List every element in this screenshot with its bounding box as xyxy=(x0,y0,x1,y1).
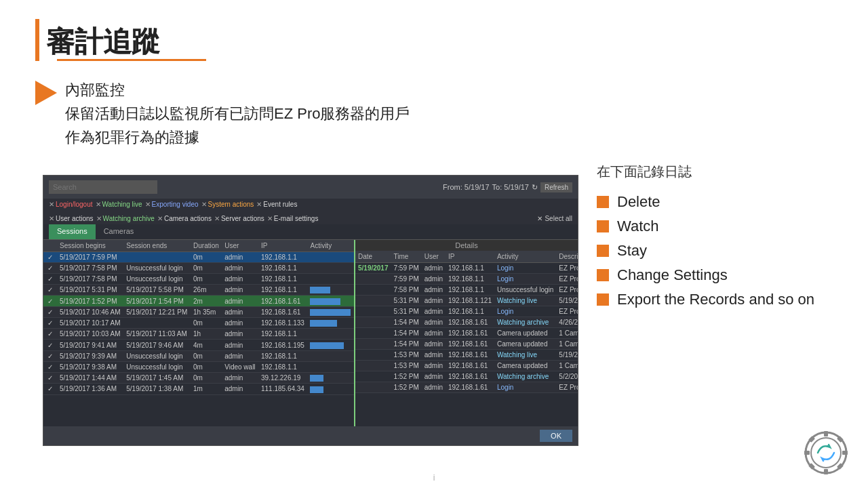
detail-desc: 1 Came xyxy=(556,339,578,350)
detail-time: 7:58 PM xyxy=(391,285,422,296)
table-row[interactable]: ✓ 5/19/2017 10:46 AM 5/19/2017 12:21 PM … xyxy=(43,306,354,317)
search-input[interactable] xyxy=(49,180,157,194)
filter-watching-archive[interactable]: ✕Watching archive xyxy=(96,215,155,222)
title-underline xyxy=(57,59,206,61)
table-row[interactable]: ✓ 5/19/2017 1:52 PM 5/19/2017 1:54 PM 2m… xyxy=(43,296,354,306)
table-row: 5:31 PM admin 192.168.1.1 Login EZ Pro/2 xyxy=(355,306,578,317)
session-ip: 111.185.64.34 xyxy=(258,384,307,394)
content-text: 內部監控 保留活動日誌以監視所有已訪問EZ Pro服務器的用戶 作為犯罪行為的證… xyxy=(65,78,410,150)
list-item-label: Export the Records and so on xyxy=(617,291,814,308)
col-session-begins: Session begins xyxy=(57,240,123,252)
session-ip: 39.12.226.19 xyxy=(258,372,307,383)
table-row[interactable]: ✓ 5/19/2017 10:17 AM 0m admin 192.168.1.… xyxy=(43,318,354,329)
session-user: admin xyxy=(222,318,258,329)
detail-desc: EZ Pro/2 xyxy=(556,306,578,317)
detail-desc: EZ Pro/2 xyxy=(556,285,578,296)
bullet-icon xyxy=(597,269,609,281)
filter-system[interactable]: ✕System actions xyxy=(201,201,254,208)
col-duration: Duration xyxy=(191,240,222,252)
table-row[interactable]: ✓ 5/19/2017 9:39 AM Unsuccessful login 0… xyxy=(43,350,354,361)
filter-email[interactable]: ✕E-mail settings xyxy=(267,215,319,222)
detail-date xyxy=(355,371,391,382)
session-ip: 192.168.1.133 xyxy=(258,318,307,329)
right-panel-title: 在下面記錄日誌 xyxy=(597,163,827,181)
table-row[interactable]: ✓ 5/19/2017 7:58 PM Unsuccessful login 0… xyxy=(43,274,354,285)
filter-login[interactable]: ✕Login/logout xyxy=(49,201,93,208)
session-begin: 5/19/2017 7:58 PM xyxy=(57,274,123,285)
detail-activity: Camera updated xyxy=(494,339,556,350)
col-activity: Activity xyxy=(307,240,354,252)
session-bar xyxy=(307,306,354,317)
table-row: 7:59 PM admin 192.168.1.1 Login EZ Pro/2 xyxy=(355,274,578,285)
content-section: 內部監控 保留活動日誌以監視所有已訪問EZ Pro服務器的用戶 作為犯罪行為的證… xyxy=(35,78,410,150)
detail-date xyxy=(355,328,391,339)
detail-user: admin xyxy=(422,274,446,285)
table-row[interactable]: ✓ 5/19/2017 7:59 PM 0m admin 192.168.1.1 xyxy=(43,252,354,263)
date-from: From: 5/19/17 xyxy=(443,183,489,191)
session-bar xyxy=(307,340,354,350)
session-dur: 0m xyxy=(191,350,222,361)
filter-server[interactable]: ✕Server actions xyxy=(214,215,264,222)
session-end: 5/19/2017 1:45 AM xyxy=(123,372,191,383)
col-ip: IP xyxy=(258,240,307,252)
session-user: admin xyxy=(222,263,258,274)
session-ip: 192.168.1.1 xyxy=(258,252,307,263)
filter-watching-live[interactable]: ✕Watching live xyxy=(96,201,142,208)
title-accent xyxy=(35,19,39,61)
session-begin: 5/19/2017 7:58 PM xyxy=(57,263,123,274)
detail-date xyxy=(355,350,391,361)
detail-desc: 1 Came xyxy=(556,328,578,339)
row-check: ✓ xyxy=(43,372,57,383)
row-check: ✓ xyxy=(43,384,57,394)
session-user: admin xyxy=(222,384,258,394)
detail-date xyxy=(355,306,391,317)
tab-cameras[interactable]: Cameras xyxy=(96,224,142,239)
col-date: Date xyxy=(355,251,391,263)
session-dur: 1h xyxy=(191,329,222,340)
session-end: Unsuccessful login xyxy=(123,350,191,361)
filter-exporting[interactable]: ✕Exporting video xyxy=(145,201,199,208)
detail-desc: EZ Pro/2 xyxy=(556,274,578,285)
page-title: 審計追蹤 xyxy=(46,26,206,58)
tab-sessions[interactable]: Sessions xyxy=(49,224,96,239)
detail-time: 5:31 PM xyxy=(391,296,422,306)
detail-time: 1:52 PM xyxy=(391,371,422,382)
table-row[interactable]: ✓ 5/19/2017 5:31 PM 5/19/2017 5:58 PM 26… xyxy=(43,285,354,296)
table-row[interactable]: ✓ 5/19/2017 1:44 AM 5/19/2017 1:45 AM 0m… xyxy=(43,372,354,383)
detail-activity: Watching live xyxy=(494,350,556,361)
detail-ip: 192.168.1.121 xyxy=(446,296,494,306)
select-all[interactable]: ✕Select all xyxy=(537,215,572,222)
filter-camera[interactable]: ✕Camera actions xyxy=(157,215,212,222)
table-row[interactable]: ✓ 5/19/2017 9:38 AM Unsuccessful login 0… xyxy=(43,361,354,372)
filter-user[interactable]: ✕User actions xyxy=(49,215,94,222)
session-ip: 192.168.1.61 xyxy=(258,296,307,306)
page-number: i xyxy=(433,473,435,483)
ok-button[interactable]: OK xyxy=(540,430,572,442)
list-item-label: Watch xyxy=(617,218,659,235)
table-row: 1:52 PM admin 192.168.1.61 Watching arch… xyxy=(355,371,578,382)
detail-date xyxy=(355,382,391,393)
table-row[interactable]: ✓ 5/19/2017 9:41 AM 5/19/2017 9:46 AM 4m… xyxy=(43,340,354,350)
detail-user: admin xyxy=(422,350,446,361)
table-row[interactable]: ✓ 5/19/2017 7:58 PM Unsuccessful login 0… xyxy=(43,263,354,274)
refresh-button[interactable]: Refresh xyxy=(540,182,572,192)
content-line-3: 作為犯罪行為的證據 xyxy=(65,125,410,149)
bullet-icon xyxy=(597,220,609,232)
list-item: Watch xyxy=(597,218,827,235)
detail-activity: Login xyxy=(494,263,556,274)
session-dur: 1m xyxy=(191,384,222,394)
filter-bar: ✕Login/logout ✕Watching live ✕Exporting … xyxy=(43,199,578,224)
session-dur: 4m xyxy=(191,340,222,350)
table-row[interactable]: ✓ 5/19/2017 10:03 AM 5/19/2017 11:03 AM … xyxy=(43,329,354,340)
session-dur: 0m xyxy=(191,361,222,372)
detail-date xyxy=(355,285,391,296)
detail-date xyxy=(355,339,391,350)
detail-ip: 192.168.1.1 xyxy=(446,263,494,274)
detail-date: 5/19/2017 xyxy=(355,263,391,274)
detail-desc: EZ Pro/2 xyxy=(556,382,578,393)
session-begin: 5/19/2017 7:59 PM xyxy=(57,252,123,263)
table-row[interactable]: ✓ 5/19/2017 1:36 AM 5/19/2017 1:38 AM 1m… xyxy=(43,384,354,394)
session-bar xyxy=(307,263,354,274)
filter-event[interactable]: ✕Event rules xyxy=(256,201,297,208)
list-item: Change Settings xyxy=(597,266,827,284)
